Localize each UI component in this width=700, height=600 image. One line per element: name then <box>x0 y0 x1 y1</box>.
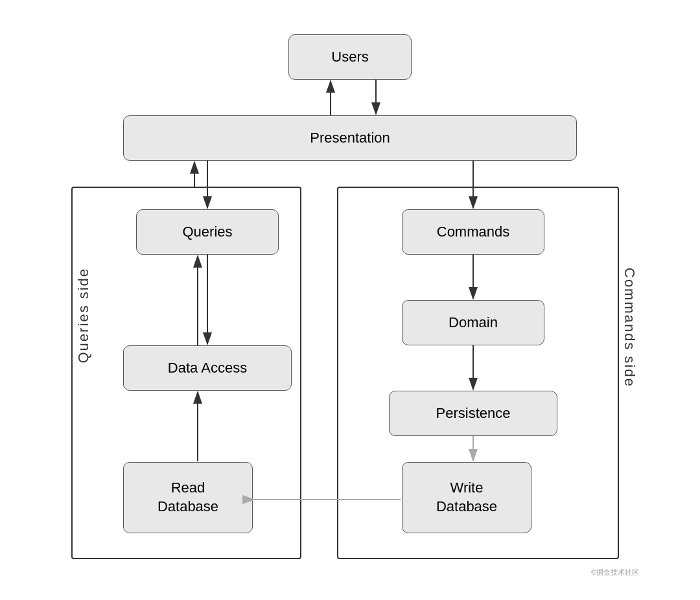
watermark: ©掘金技术社区 <box>591 568 639 577</box>
domain-box: Domain <box>402 300 544 345</box>
presentation-box: Presentation <box>123 115 577 161</box>
write-database-box: Write Database <box>402 462 531 533</box>
queries-side-label: Queries side <box>75 268 92 363</box>
users-box: Users <box>288 34 412 80</box>
queries-box: Queries <box>136 209 279 255</box>
commands-box: Commands <box>402 209 544 255</box>
commands-side-label: Commands side <box>621 268 638 387</box>
persistence-box: Persistence <box>389 391 557 436</box>
diagram: Queries side Commands side Users Present… <box>58 21 642 579</box>
data-access-box: Data Access <box>123 345 292 391</box>
read-database-box: Read Database <box>123 462 253 533</box>
